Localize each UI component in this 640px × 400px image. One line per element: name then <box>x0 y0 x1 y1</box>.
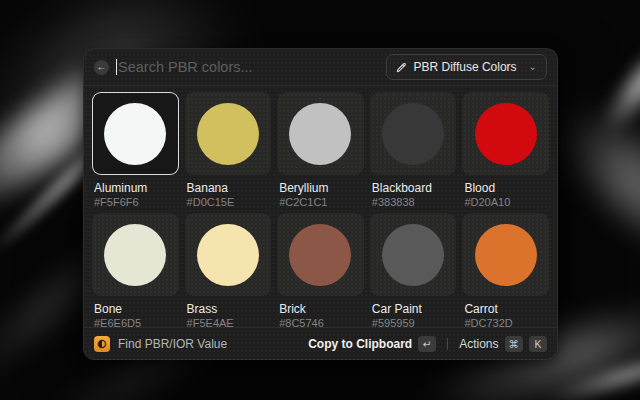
color-swatch <box>197 103 259 165</box>
color-card-brick[interactable]: Brick #8C5746 <box>277 213 364 329</box>
color-card-aluminum[interactable]: Aluminum #F5F6F6 <box>92 92 179 208</box>
color-swatch <box>475 103 537 165</box>
cmd-key-icon: ⌘ <box>505 336 524 352</box>
copy-to-clipboard-action[interactable]: Copy to Clipboard <box>308 337 412 351</box>
color-name: Brass <box>187 302 270 316</box>
chevron-down-icon: ⌄ <box>529 62 537 72</box>
color-card-blood[interactable]: Blood #D20A10 <box>462 92 549 208</box>
search-header: ← PBR Diffuse Colors ⌄ <box>84 49 557 86</box>
color-name: Blood <box>464 181 547 195</box>
color-name: Blackboard <box>372 181 455 195</box>
color-card-carrot[interactable]: Carrot #DC732D <box>462 213 549 329</box>
color-name: Bone <box>94 302 177 316</box>
color-swatch <box>104 224 166 286</box>
pencil-icon <box>396 62 407 73</box>
footer-actions: Copy to Clipboard ↵ Actions ⌘ K <box>308 336 547 352</box>
color-card-brass[interactable]: Brass #F5E4AE <box>185 213 272 329</box>
color-name: Brick <box>279 302 362 316</box>
color-name: Banana <box>187 181 270 195</box>
color-hex: #F5F6F6 <box>94 196 177 208</box>
color-card-banana[interactable]: Banana #D0C15E <box>185 92 272 208</box>
actions-menu-button[interactable]: Actions <box>459 337 498 351</box>
back-arrow-icon: ← <box>97 62 107 72</box>
color-hex: #383838 <box>372 196 455 208</box>
color-name: Carrot <box>464 302 547 316</box>
extension-icon <box>94 336 110 352</box>
search-field-wrap <box>116 59 386 75</box>
color-card-car-paint[interactable]: Car Paint #595959 <box>370 213 457 329</box>
color-swatch <box>475 224 537 286</box>
command-palette-window: ← PBR Diffuse Colors ⌄ Aluminum #F5F6F6 … <box>83 48 558 360</box>
color-swatch <box>104 103 166 165</box>
text-caret <box>116 59 117 75</box>
color-card-beryllium[interactable]: Beryllium #C2C1C1 <box>277 92 364 208</box>
color-swatch <box>382 224 444 286</box>
enter-key-icon: ↵ <box>418 336 436 352</box>
back-button[interactable]: ← <box>94 60 109 75</box>
extension-name: Find PBR/IOR Value <box>118 337 308 351</box>
color-hex: #D0C15E <box>187 196 270 208</box>
color-swatch <box>197 224 259 286</box>
action-bar: Find PBR/IOR Value Copy to Clipboard ↵ A… <box>84 327 557 359</box>
color-name: Car Paint <box>372 302 455 316</box>
color-swatch <box>289 224 351 286</box>
color-set-dropdown[interactable]: PBR Diffuse Colors ⌄ <box>386 54 547 80</box>
color-hex: #C2C1C1 <box>279 196 362 208</box>
color-name: Beryllium <box>279 181 362 195</box>
dropdown-label: PBR Diffuse Colors <box>413 60 516 74</box>
color-swatch <box>289 103 351 165</box>
color-hex: #D20A10 <box>464 196 547 208</box>
footer-divider <box>447 338 448 350</box>
color-swatch <box>382 103 444 165</box>
search-input[interactable] <box>118 59 386 75</box>
color-card-bone[interactable]: Bone #E6E6D5 <box>92 213 179 329</box>
color-card-blackboard[interactable]: Blackboard #383838 <box>370 92 457 208</box>
k-key-icon: K <box>529 336 547 352</box>
color-grid: Aluminum #F5F6F6 Banana #D0C15E Berylliu… <box>84 86 557 329</box>
color-name: Aluminum <box>94 181 177 195</box>
